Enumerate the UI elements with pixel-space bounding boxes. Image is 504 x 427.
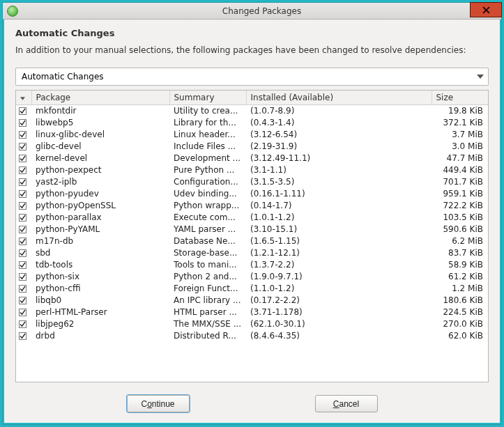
cancel-button[interactable]: Cancel	[315, 395, 378, 412]
table-row[interactable]: python-pyudevUdev binding...(0.16.1-1.11…	[16, 188, 489, 200]
checkbox-icon	[19, 202, 26, 210]
cell-installed: (1.6.5-1.15)	[246, 235, 432, 247]
app-icon	[7, 6, 18, 17]
button-bar: Continue Cancel	[15, 395, 489, 412]
sort-indicator-icon	[20, 97, 25, 100]
col-checkbox[interactable]	[16, 91, 31, 105]
cell-size: 103.5 KiB	[432, 212, 489, 224]
checkbox-icon	[19, 190, 26, 198]
row-checkbox[interactable]	[16, 259, 31, 271]
row-checkbox[interactable]	[16, 295, 31, 306]
cell-installed: (1.3.7-2.2)	[246, 259, 432, 271]
row-checkbox[interactable]	[16, 141, 31, 153]
close-button[interactable]	[470, 2, 502, 17]
cell-summary: Python wrapp...	[169, 200, 246, 212]
cell-size: 701.7 KiB	[432, 176, 489, 188]
cell-size: 590.6 KiB	[432, 224, 489, 235]
cell-summary: HTML parser ...	[169, 306, 246, 318]
checkbox-icon	[19, 131, 26, 139]
col-installed[interactable]: Installed (Available)	[246, 91, 432, 105]
cell-size: 47.7 MiB	[432, 153, 489, 164]
continue-button[interactable]: Continue	[127, 395, 190, 412]
table-header: Package Summary Installed (Available) Si…	[16, 91, 489, 105]
dialog-window: Changed Packages Automatic Changes In ad…	[2, 2, 502, 425]
row-checkbox[interactable]	[16, 247, 31, 259]
row-checkbox[interactable]	[16, 129, 31, 141]
cell-summary: Tools to mani...	[169, 259, 246, 271]
packages-table: Package Summary Installed (Available) Si…	[15, 90, 489, 382]
row-checkbox[interactable]	[16, 283, 31, 295]
cell-installed: (3.71-1.178)	[246, 306, 432, 318]
filter-combo[interactable]: Automatic Changes	[15, 68, 489, 86]
checkbox-icon	[19, 261, 26, 269]
cell-summary: Configuration...	[169, 176, 246, 188]
cell-package: perl-HTML-Parser	[31, 306, 169, 318]
row-checkbox[interactable]	[16, 330, 31, 342]
row-checkbox[interactable]	[16, 105, 31, 117]
row-checkbox[interactable]	[16, 271, 31, 283]
table-row[interactable]: python-pyOpenSSLPython wrapp...(0.14-1.7…	[16, 200, 489, 212]
cell-size: 6.2 MiB	[432, 235, 489, 247]
table-row[interactable]: python-sixPython 2 and...(1.9.0-9.7.1)61…	[16, 271, 489, 283]
cell-package: python-pyudev	[31, 188, 169, 200]
checkbox-icon	[19, 178, 26, 186]
table-row[interactable]: python-cffiForeign Funct...(1.1.0-1.2)1.…	[16, 283, 489, 295]
cell-summary: Udev binding...	[169, 188, 246, 200]
table-row[interactable]: glibc-develInclude Files ...(2.19-31.9)3…	[16, 141, 489, 153]
cell-package: python-PyYAML	[31, 224, 169, 235]
row-checkbox[interactable]	[16, 153, 31, 164]
cell-installed: (1.1.0-1.2)	[246, 283, 432, 295]
checkbox-icon	[19, 155, 26, 162]
table-row[interactable]: kernel-develDevelopment ...(3.12.49-11.1…	[16, 153, 489, 164]
row-checkbox[interactable]	[16, 224, 31, 235]
row-checkbox[interactable]	[16, 164, 31, 176]
cell-size: 62.0 KiB	[432, 330, 489, 342]
cell-installed: (3.1.5-3.5)	[246, 176, 432, 188]
cell-installed: (3.12-6.54)	[246, 129, 432, 141]
table-row[interactable]: libjpeg62The MMX/SSE ...(62.1.0-30.1)270…	[16, 318, 489, 330]
col-package[interactable]: Package	[31, 91, 169, 105]
cell-package: kernel-devel	[31, 153, 169, 164]
table-row[interactable]: mkfontdirUtility to crea...(1.0.7-8.9)19…	[16, 105, 489, 117]
table-row[interactable]: m17n-dbDatabase Ne...(1.6.5-1.15)6.2 MiB	[16, 235, 489, 247]
table-row[interactable]: python-PyYAMLYAML parser ...(3.10-15.1)5…	[16, 224, 489, 235]
section-heading: Automatic Changes	[15, 28, 489, 38]
row-checkbox[interactable]	[16, 235, 31, 247]
col-size[interactable]: Size	[432, 91, 489, 105]
cell-summary: Python 2 and...	[169, 271, 246, 283]
row-checkbox[interactable]	[16, 318, 31, 330]
checkbox-icon	[19, 214, 26, 222]
col-summary[interactable]: Summary	[169, 91, 246, 105]
row-checkbox[interactable]	[16, 117, 31, 129]
titlebar[interactable]: Changed Packages	[3, 3, 501, 20]
table-row[interactable]: tdb-toolsTools to mani...(1.3.7-2.2)58.9…	[16, 259, 489, 271]
row-checkbox[interactable]	[16, 200, 31, 212]
cell-summary: Execute com...	[169, 212, 246, 224]
row-checkbox[interactable]	[16, 188, 31, 200]
table-row[interactable]: python-pexpectPure Python ...(3.1-1.1)44…	[16, 164, 489, 176]
cell-installed: (1.0.7-8.9)	[246, 105, 432, 117]
table-row[interactable]: sbdStorage-base...(1.2.1-12.1)83.7 KiB	[16, 247, 489, 259]
cell-package: libqb0	[31, 295, 169, 306]
cell-installed: (3.12.49-11.1)	[246, 153, 432, 164]
table-row[interactable]: perl-HTML-ParserHTML parser ...(3.71-1.1…	[16, 306, 489, 318]
table-row[interactable]: drbdDistributed R...(8.4.6-4.35)62.0 KiB	[16, 330, 489, 342]
cell-size: 372.1 KiB	[432, 117, 489, 129]
cell-package: linux-glibc-devel	[31, 129, 169, 141]
cell-size: 959.1 KiB	[432, 188, 489, 200]
row-checkbox[interactable]	[16, 212, 31, 224]
table-row[interactable]: libwebp5Library for th...(0.4.3-1.4)372.…	[16, 117, 489, 129]
cell-size: 3.7 MiB	[432, 129, 489, 141]
table-row[interactable]: python-parallaxExecute com...(1.0.1-1.2)…	[16, 212, 489, 224]
cell-installed: (2.19-31.9)	[246, 141, 432, 153]
row-checkbox[interactable]	[16, 176, 31, 188]
table-row[interactable]: yast2-iplbConfiguration...(3.1.5-3.5)701…	[16, 176, 489, 188]
table-row[interactable]: libqb0An IPC library ...(0.17.2-2.2)180.…	[16, 295, 489, 306]
cell-package: python-pyOpenSSL	[31, 200, 169, 212]
cell-package: python-pexpect	[31, 164, 169, 176]
cell-size: 224.5 KiB	[432, 306, 489, 318]
row-checkbox[interactable]	[16, 306, 31, 318]
table-row[interactable]: linux-glibc-develLinux header...(3.12-6.…	[16, 129, 489, 141]
cell-installed: (1.0.1-1.2)	[246, 212, 432, 224]
cell-size: 722.2 KiB	[432, 200, 489, 212]
